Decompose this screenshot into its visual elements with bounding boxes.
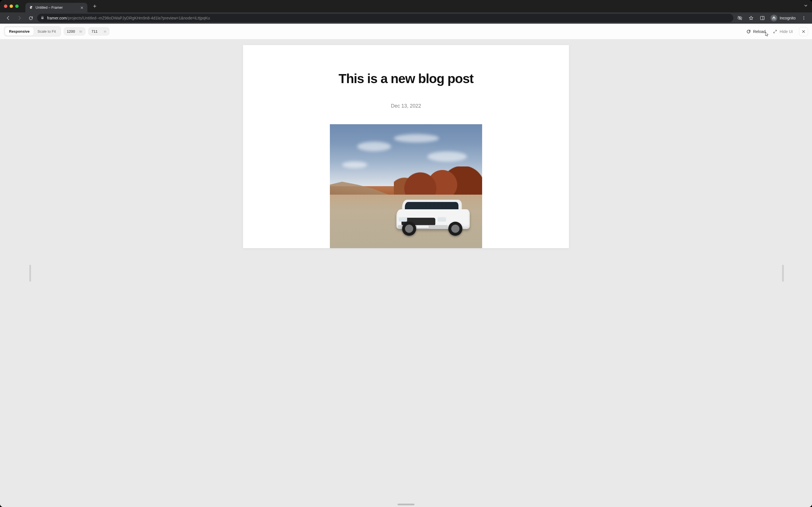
tracking-protection-icon[interactable] xyxy=(735,14,745,22)
height-suffix: H xyxy=(104,30,106,33)
expand-icon xyxy=(773,29,777,34)
hide-ui-button[interactable]: Hide UI xyxy=(770,27,795,36)
window-close-button[interactable] xyxy=(4,4,7,8)
lock-icon xyxy=(41,16,44,20)
scale-to-fit-toggle[interactable]: Scale to Fit xyxy=(34,27,60,36)
width-input[interactable]: 1200 W xyxy=(64,27,86,36)
nav-forward-button[interactable] xyxy=(15,14,24,22)
height-input[interactable]: 711 H xyxy=(88,27,109,36)
incognito-icon xyxy=(770,15,777,21)
car-illustration xyxy=(396,198,470,237)
page-content: Responsive Scale to Fit 1200 W 711 H Rel… xyxy=(0,24,812,507)
window-controls xyxy=(4,4,18,8)
tab-strip: Untitled – Framer xyxy=(0,0,812,12)
horizontal-scrollbar-thumb[interactable] xyxy=(398,504,414,505)
tab-title: Untitled – Framer xyxy=(36,6,77,10)
tabs-dropdown-button[interactable] xyxy=(804,3,808,9)
resize-handle-left[interactable] xyxy=(29,265,31,282)
preview-stage: This is a new blog post Dec 13, 2022 xyxy=(0,40,812,507)
browser-tab[interactable]: Untitled – Framer xyxy=(26,3,87,12)
window-minimize-button[interactable] xyxy=(10,4,13,8)
tab-close-button[interactable] xyxy=(80,5,84,10)
framer-favicon xyxy=(29,5,33,10)
reload-label: Reload xyxy=(753,29,765,34)
browser-window: Untitled – Framer framer.com/pr xyxy=(0,0,812,507)
post-title: This is a new blog post xyxy=(339,71,473,86)
svg-point-4 xyxy=(804,19,804,20)
incognito-label: Incognito xyxy=(779,16,796,20)
window-zoom-button[interactable] xyxy=(15,4,18,8)
reload-icon xyxy=(746,29,751,34)
preview-toolbar: Responsive Scale to Fit 1200 W 711 H Rel… xyxy=(0,24,812,40)
url-domain: framer.com xyxy=(47,16,67,20)
hide-ui-label: Hide UI xyxy=(779,29,793,34)
toolbar-right-icons: Incognito xyxy=(735,14,809,22)
url-text: framer.com/projects/Untitled--mZ98oDWaPJ… xyxy=(47,16,210,20)
address-bar[interactable]: framer.com/projects/Untitled--mZ98oDWaPJ… xyxy=(37,14,733,22)
post-hero-image xyxy=(330,124,482,248)
browser-menu-button[interactable] xyxy=(799,14,809,22)
post-date: Dec 13, 2022 xyxy=(391,103,421,109)
nav-reload-button[interactable] xyxy=(26,14,36,22)
height-value: 711 xyxy=(91,29,101,34)
side-panel-icon[interactable] xyxy=(758,14,767,22)
responsive-toggle[interactable]: Responsive xyxy=(5,27,34,36)
nav-back-button[interactable] xyxy=(3,14,13,22)
bookmark-star-icon[interactable] xyxy=(746,14,756,22)
resize-handle-right[interactable] xyxy=(782,265,784,282)
url-path: /projects/Untitled--mZ98oDWaPJyDRgKHm9n8… xyxy=(67,16,210,20)
close-icon xyxy=(802,30,806,34)
svg-point-3 xyxy=(804,18,804,18)
width-suffix: W xyxy=(79,30,82,33)
photo-backdrop xyxy=(330,124,482,248)
svg-point-2 xyxy=(804,16,804,17)
width-value: 1200 xyxy=(67,29,77,34)
reload-button[interactable]: Reload xyxy=(744,27,768,36)
profile-chip[interactable]: Incognito xyxy=(769,15,797,21)
close-preview-button[interactable] xyxy=(799,27,808,36)
preview-frame: This is a new blog post Dec 13, 2022 xyxy=(243,45,569,248)
svg-rect-1 xyxy=(760,16,764,20)
new-tab-button[interactable] xyxy=(91,2,99,10)
browser-toolbar: framer.com/projects/Untitled--mZ98oDWaPJ… xyxy=(0,12,812,24)
viewport-mode-toggle: Responsive Scale to Fit xyxy=(4,26,61,37)
